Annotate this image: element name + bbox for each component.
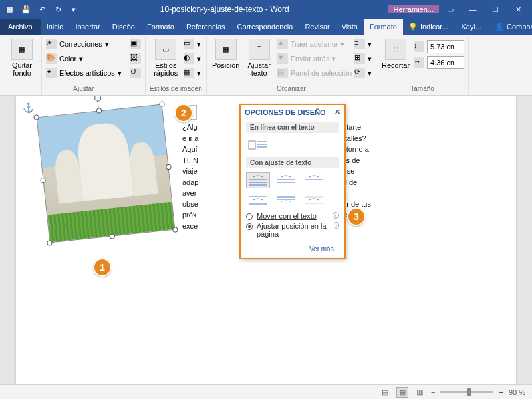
- align-button[interactable]: ≡▾: [354, 37, 372, 51]
- layout-behind[interactable]: [274, 192, 298, 208]
- tab-inicio[interactable]: Inicio: [41, 19, 70, 35]
- quitar-fondo-label: Quitar fondo: [12, 61, 32, 77]
- correcciones-button[interactable]: ☀Correcciones ▾: [46, 37, 109, 51]
- user-name[interactable]: Kayl...: [456, 23, 487, 31]
- callout-badge-2: 2: [174, 104, 193, 122]
- height-field[interactable]: [427, 40, 464, 53]
- rotate-button[interactable]: ⟳▾: [354, 66, 372, 80]
- close-icon[interactable]: ✕: [507, 0, 529, 19]
- qat-more-icon[interactable]: ▾: [66, 2, 81, 17]
- panel-seleccion-button[interactable]: ▤Panel de selección: [277, 66, 352, 80]
- compress-icon: ▣: [130, 39, 141, 49]
- zoom-label[interactable]: 90 %: [509, 388, 525, 396]
- estilos-label: Estilos rápidos: [154, 61, 178, 77]
- web-layout-icon[interactable]: ▥: [414, 387, 426, 398]
- zoom-out-icon[interactable]: −: [431, 388, 435, 396]
- compress-button[interactable]: ▣: [130, 37, 141, 51]
- tab-diseno[interactable]: Diseño: [106, 19, 141, 35]
- layout-through[interactable]: [302, 172, 326, 188]
- tell-me[interactable]: 💡 Indicar...: [403, 23, 454, 31]
- tab-insertar[interactable]: Insertar: [69, 19, 106, 35]
- tab-referencias[interactable]: Referencias: [180, 19, 231, 35]
- recortar-button[interactable]: ⸬ Recortar: [380, 37, 411, 69]
- ajustar-texto-button[interactable]: ⌒ Ajustar texto: [244, 37, 275, 77]
- layout-tight[interactable]: [274, 172, 298, 188]
- anchor-icon[interactable]: ⚓: [23, 102, 34, 113]
- height-icon: ↕: [414, 41, 424, 52]
- reset-pic-button[interactable]: ↺: [130, 66, 141, 80]
- traer-adelante-button[interactable]: ▲Traer adelante ▾: [277, 37, 352, 51]
- position-icon: ▦: [215, 39, 237, 60]
- estilos-rapidos-button[interactable]: ▭ Estilos rápidos: [150, 37, 181, 77]
- move-label: Mover con el texto: [257, 212, 317, 220]
- recortar-label: Recortar: [382, 61, 410, 69]
- border-button[interactable]: ▭▾: [184, 37, 201, 51]
- rotate-handle[interactable]: [94, 96, 102, 102]
- enviar-atras-button[interactable]: ▼Enviar atrás ▾: [277, 52, 352, 65]
- resize-handle-bl[interactable]: [47, 240, 53, 246]
- group-button[interactable]: ⊞▾: [354, 52, 372, 65]
- selected-image[interactable]: [37, 104, 176, 243]
- layout-button[interactable]: ▦▾: [184, 66, 201, 80]
- tab-archivo[interactable]: Archivo: [0, 19, 41, 35]
- posicion-label: Posición: [212, 61, 240, 69]
- reset-icon: ↺: [130, 68, 141, 78]
- fix-position-radio[interactable]: Ajustar posición en la página i: [246, 222, 339, 238]
- maximize-icon[interactable]: ☐: [484, 0, 507, 19]
- read-mode-icon[interactable]: ▤: [379, 387, 391, 398]
- move-with-text-radio[interactable]: Mover con el texto i: [246, 212, 339, 220]
- zoom-slider[interactable]: [440, 391, 493, 393]
- layout-front[interactable]: [302, 192, 326, 208]
- panel-label: Panel de selección: [291, 69, 352, 77]
- ribbon-options-icon[interactable]: ▭: [439, 0, 462, 19]
- tab-formato[interactable]: Formato: [364, 19, 403, 35]
- popup-close-icon[interactable]: ✕: [334, 108, 340, 116]
- minimize-icon[interactable]: —: [462, 0, 484, 19]
- tab-formato-page[interactable]: Formato: [141, 19, 180, 35]
- tab-correspondencia[interactable]: Correspondencia: [231, 19, 299, 35]
- correcciones-label: Correcciones: [59, 40, 102, 48]
- layout-icon: ▦: [184, 68, 194, 78]
- color-icon: 🎨: [46, 53, 57, 64]
- redo-icon[interactable]: ↻: [51, 2, 65, 17]
- bring-fwd-icon: ▲: [277, 39, 288, 49]
- zoom-in-icon[interactable]: +: [499, 388, 503, 396]
- resize-handle-tr[interactable]: [159, 101, 165, 107]
- undo-icon[interactable]: ↶: [35, 2, 49, 17]
- resize-handle-r[interactable]: [166, 164, 172, 170]
- image-content: [37, 104, 176, 243]
- share-button[interactable]: 👤 Compartir: [489, 23, 532, 31]
- info-icon[interactable]: i: [332, 212, 339, 219]
- quitar-fondo-icon: ▦: [11, 39, 33, 60]
- print-layout-icon[interactable]: ▦: [396, 387, 408, 398]
- radio-checked-icon: [246, 223, 253, 230]
- layout-topbottom[interactable]: [246, 192, 270, 208]
- change-pic-button[interactable]: 🖼: [130, 52, 141, 65]
- info-icon[interactable]: i: [334, 222, 339, 229]
- send-back-icon: ▼: [277, 53, 288, 64]
- width-icon: ↔: [414, 57, 424, 68]
- group-icon: ⊞: [354, 53, 365, 64]
- resize-handle-br[interactable]: [172, 227, 178, 233]
- save-icon[interactable]: 💾: [19, 2, 33, 17]
- efectos-button[interactable]: ✦Efectos artísticos ▾: [46, 66, 122, 80]
- resize-handle-b[interactable]: [110, 233, 116, 239]
- traer-label: Traer adelante: [291, 40, 338, 48]
- tamano-group-label: Tamaño: [410, 84, 434, 94]
- height-input[interactable]: ↕: [414, 40, 464, 53]
- width-field[interactable]: [427, 56, 464, 69]
- layout-inline[interactable]: [246, 137, 270, 153]
- change-pic-icon: 🖼: [130, 53, 141, 64]
- titlebar: ▦ 💾 ↶ ↻ ▾ 10-posicion-y-ajuste-de-texto …: [0, 0, 532, 19]
- effects2-button[interactable]: ◐▾: [184, 52, 201, 65]
- tab-vista[interactable]: Vista: [336, 19, 364, 35]
- ver-mas-link[interactable]: Ver más...: [241, 243, 344, 258]
- callout-badge-1: 1: [93, 258, 112, 277]
- color-button[interactable]: 🎨Color ▾: [46, 52, 83, 65]
- quitar-fondo-button[interactable]: ▦ Quitar fondo: [7, 37, 37, 77]
- width-input[interactable]: ↔: [414, 56, 464, 69]
- tab-revisar[interactable]: Revisar: [299, 19, 335, 35]
- brightness-icon: ☀: [46, 39, 57, 49]
- layout-square[interactable]: [246, 172, 270, 188]
- posicion-button[interactable]: ▦ Posición: [211, 37, 241, 69]
